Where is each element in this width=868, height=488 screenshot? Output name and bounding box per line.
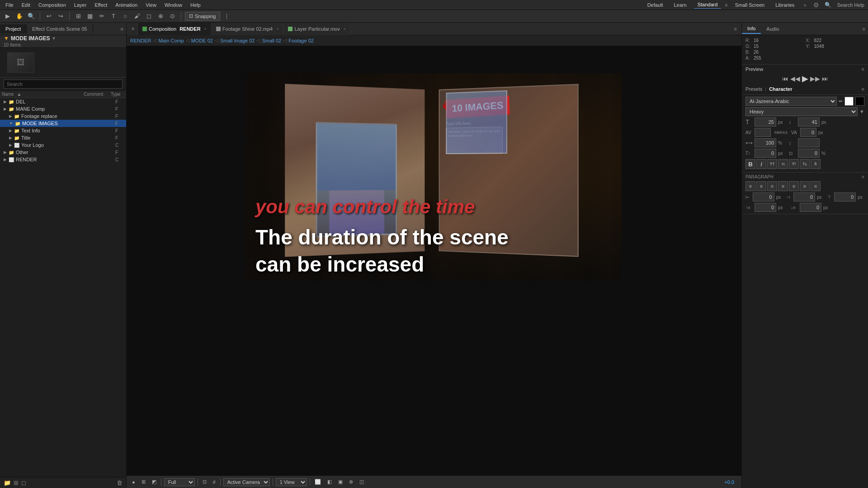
menu-effect[interactable]: Effect bbox=[91, 1, 111, 9]
tracking[interactable] bbox=[800, 128, 816, 137]
vc-fast-preview[interactable]: ◧ bbox=[326, 478, 334, 486]
vc-3d[interactable]: ◫ bbox=[358, 478, 366, 486]
font-weight[interactable]: Heavy bbox=[745, 107, 858, 116]
vc-safe-zones[interactable]: ⊡ bbox=[201, 478, 208, 486]
bin-dropdown-icon[interactable]: ▼ bbox=[52, 36, 56, 41]
workspace-standard[interactable]: Standard bbox=[694, 1, 722, 9]
menu-animation[interactable]: Animation bbox=[112, 1, 141, 9]
vc-transparency-btn[interactable]: ◩ bbox=[150, 478, 158, 486]
hand-tool[interactable]: ✋ bbox=[14, 11, 24, 21]
presets-label[interactable]: Presets bbox=[745, 86, 762, 92]
tab-close-icon-left[interactable]: × bbox=[128, 23, 138, 35]
new-item-icon[interactable]: ◻ bbox=[21, 479, 26, 486]
vc-magnification[interactable]: FullHalfQuarter bbox=[164, 478, 195, 486]
expand-title[interactable]: ▶ bbox=[9, 136, 12, 140]
shape-tool[interactable]: ○ bbox=[120, 11, 130, 21]
tab-close-render[interactable]: × bbox=[204, 27, 207, 31]
breadcrumb-small-image[interactable]: Small Image 02 bbox=[220, 38, 255, 43]
workspace-default[interactable]: Default bbox=[644, 1, 667, 9]
menu-composition[interactable]: Composition bbox=[35, 1, 70, 9]
baseline-shift[interactable] bbox=[755, 149, 776, 158]
undo-btn[interactable]: ↩ bbox=[44, 11, 54, 21]
align-left[interactable]: ≡ bbox=[745, 181, 755, 191]
vc-grid[interactable]: # bbox=[211, 479, 217, 486]
snapping-btn[interactable]: ⊡ Snapping bbox=[185, 12, 220, 21]
comp-tab-footage[interactable]: Footage Shine 02.mp4 × bbox=[212, 23, 284, 35]
rp-tab-audio[interactable]: Audio bbox=[761, 24, 784, 33]
pen-icon[interactable]: ✏ bbox=[839, 99, 843, 104]
project-search-input[interactable] bbox=[4, 80, 123, 89]
scale-v[interactable] bbox=[798, 138, 820, 147]
vc-resolution[interactable]: ▣ bbox=[336, 478, 344, 486]
tree-item-del[interactable]: ▶ 📁 DEL F bbox=[0, 98, 126, 105]
justify-left[interactable]: ≡ bbox=[778, 181, 788, 191]
render-queue-btn[interactable]: ▦ bbox=[85, 11, 95, 21]
menu-edit[interactable]: Edit bbox=[18, 1, 34, 9]
expand-other[interactable]: ▶ bbox=[4, 150, 7, 155]
font-size[interactable] bbox=[755, 117, 776, 127]
expand-render[interactable]: ▶ bbox=[4, 157, 7, 162]
color-swatch-black[interactable] bbox=[855, 97, 864, 106]
preview-last[interactable]: ⏭ bbox=[822, 75, 828, 82]
vc-camera[interactable]: Active Camera bbox=[223, 478, 270, 486]
zoom-tool[interactable]: 🔍 bbox=[26, 11, 36, 21]
font-family[interactable]: Al-Jazeera-Arabic bbox=[745, 97, 837, 106]
indent-right[interactable] bbox=[793, 192, 815, 202]
preview-menu[interactable]: ≡ bbox=[862, 66, 864, 72]
tree-item-title[interactable]: ▶ 📁 Title F bbox=[0, 134, 126, 141]
vc-views[interactable]: 1 View2 Views4 Views bbox=[276, 478, 307, 486]
ligature[interactable]: fi bbox=[811, 159, 821, 169]
justify-all[interactable]: ≡ bbox=[811, 181, 821, 191]
rp-menu2[interactable]: ≡ bbox=[862, 86, 864, 92]
eraser-tool[interactable]: ◻ bbox=[144, 11, 154, 21]
vc-color-btn[interactable]: ● bbox=[130, 479, 137, 486]
menu-window[interactable]: Window bbox=[161, 1, 186, 9]
expand-mane[interactable]: ▶ bbox=[4, 107, 7, 111]
puppet-tool[interactable]: ⊙ bbox=[167, 11, 177, 21]
delete-icon[interactable]: 🗑 bbox=[117, 479, 123, 486]
workspace-libraries[interactable]: Libraries bbox=[772, 1, 798, 9]
breadcrumb-footage02[interactable]: Footage 02 bbox=[288, 38, 314, 43]
menu-help[interactable]: Help bbox=[187, 1, 204, 9]
tree-item-other[interactable]: ▶ 📁 Other F bbox=[0, 149, 126, 156]
tab-project[interactable]: Project bbox=[0, 24, 27, 33]
tsume[interactable] bbox=[798, 149, 820, 158]
tab-close-layer[interactable]: × bbox=[344, 27, 346, 31]
tree-item-your-logo[interactable]: ▶ ⬜ Your Logo C bbox=[0, 141, 126, 149]
subscript[interactable]: T₂ bbox=[800, 159, 810, 169]
comp-tab-render[interactable]: Composition RENDER × bbox=[138, 23, 212, 35]
menu-view[interactable]: View bbox=[142, 1, 160, 9]
align-right[interactable]: ≡ bbox=[767, 181, 777, 191]
new-comp-btn[interactable]: ⊞ bbox=[73, 11, 83, 21]
left-panel-menu[interactable]: ≡ bbox=[121, 26, 123, 32]
faux-italic[interactable]: I bbox=[756, 159, 766, 169]
expand-your-logo[interactable]: ▶ bbox=[9, 143, 12, 147]
tree-item-mode-images[interactable]: ▼ 📁 MODE IMAGES F bbox=[0, 120, 126, 127]
preview-next-frame[interactable]: ▶▶ bbox=[810, 75, 820, 82]
color-swatch-white[interactable] bbox=[844, 97, 854, 106]
vc-region[interactable]: ⊕ bbox=[347, 478, 355, 486]
justify-center[interactable]: ≡ bbox=[789, 181, 799, 191]
expand-mode-images[interactable]: ▼ bbox=[9, 121, 13, 126]
align-center[interactable]: ≡ bbox=[756, 181, 766, 191]
tree-item-footage[interactable]: ▶ 📁 Footage replace F bbox=[0, 113, 126, 120]
justify-right[interactable]: ≡ bbox=[800, 181, 810, 191]
tab-close-footage[interactable]: × bbox=[276, 27, 278, 31]
preview-first[interactable]: ⏮ bbox=[782, 75, 788, 82]
sort-icon[interactable]: ▲ bbox=[17, 92, 21, 97]
brush-tool[interactable]: 🖌 bbox=[132, 11, 142, 21]
tab-effect-controls[interactable]: Effect Controls Scene 05 bbox=[27, 24, 93, 33]
search-help-label[interactable]: Search Help bbox=[835, 2, 866, 8]
expand-footage[interactable]: ▶ bbox=[9, 114, 12, 118]
all-caps[interactable]: TT bbox=[767, 159, 777, 169]
select-tool[interactable]: ▶ bbox=[3, 11, 13, 21]
breadcrumb-small[interactable]: Small 02 bbox=[262, 38, 281, 43]
settings-icon[interactable]: ⚙ bbox=[811, 1, 821, 9]
indent-first[interactable] bbox=[834, 192, 856, 202]
workspace-menu-icon[interactable]: ≡ bbox=[725, 2, 727, 8]
menu-file[interactable]: File bbox=[2, 1, 17, 9]
leading[interactable] bbox=[798, 117, 820, 127]
space-after[interactable] bbox=[800, 203, 821, 212]
faux-bold[interactable]: B bbox=[745, 159, 755, 169]
rp-menu-icon[interactable]: ≡ bbox=[863, 26, 865, 32]
